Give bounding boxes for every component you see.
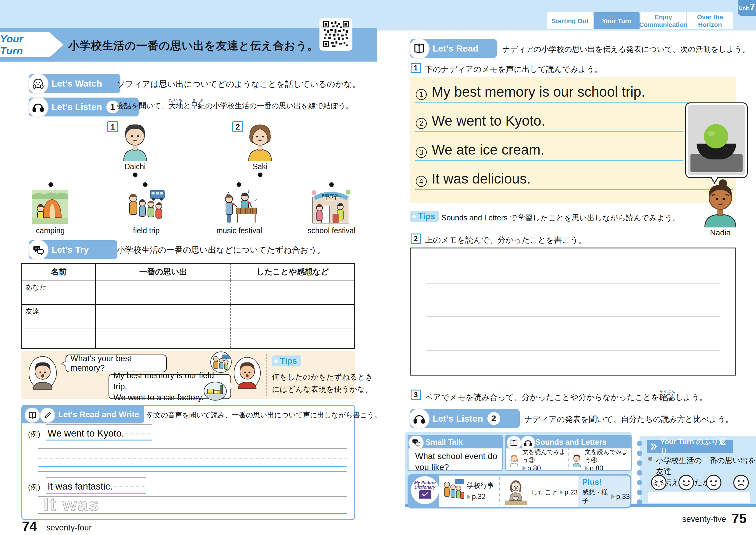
friend-memory-cell[interactable] — [95, 305, 231, 329]
watch-face-icon — [28, 73, 48, 94]
car-factory-mini-image — [204, 382, 227, 401]
music-festival-image: ♪ ♪ ♪ — [218, 188, 261, 226]
match-dot-field-trip[interactable] — [143, 182, 148, 187]
small-talk-question: What school event do you like? — [408, 448, 502, 471]
reflection-input-box[interactable] — [648, 492, 750, 503]
neutral-face-icon[interactable] — [705, 474, 722, 491]
tab-your-turn[interactable]: Your Turn — [594, 12, 639, 29]
smiling-face-icon[interactable] — [678, 474, 694, 491]
your-turn-arrow: Your Turn — [0, 32, 49, 57]
friend-details-cell[interactable] — [231, 305, 354, 329]
match-dot-school-festival[interactable] — [329, 182, 334, 187]
sounds-item-2: 文を読んでみよう④ p.80 — [569, 448, 631, 471]
listen1-text-part3: の小学校生活の一番の思い出を線で結ぼう。 — [205, 101, 353, 110]
qr-code-icon — [323, 21, 349, 47]
binding-ring — [637, 441, 642, 446]
lesson-title: 小学校生活の一番の思い出を友達と伝え合おう。 — [68, 39, 319, 53]
tab-over-the-horizon[interactable]: Over the Horizon — [687, 12, 733, 29]
binding-ring — [637, 470, 642, 476]
ice-cream-photo-bubble — [685, 102, 748, 178]
match-dot-camping[interactable] — [48, 182, 53, 187]
page-arrow-icon — [611, 494, 615, 499]
example2-text: It was fantastic. — [47, 481, 113, 492]
kakunin-ruby: 確認かくにん — [659, 393, 675, 402]
writing-lines-1[interactable] — [38, 448, 347, 472]
table-row: 友達 — [22, 305, 354, 329]
answer-line-1[interactable] — [426, 283, 720, 284]
dialog-bubble-1: What's your best memory? — [66, 354, 167, 372]
sounds-item2-text: 文を読んでみよう④ — [585, 448, 631, 464]
small-talk-chat-icon — [408, 435, 424, 450]
your-turn-arrow-tip — [49, 32, 63, 57]
step3-badge: 3 — [411, 390, 421, 400]
dict-eating-mini — [504, 478, 528, 507]
pencil-icon — [40, 408, 55, 423]
person-2-badge: 2 — [232, 121, 243, 132]
dict-item2: したこと p.23 — [531, 488, 578, 497]
extra-name-cell[interactable] — [22, 329, 95, 348]
dict-item2-text: したこと — [531, 488, 558, 497]
option-camping-label: camping — [29, 226, 71, 235]
school-festival-image: FESTIVAL — [310, 188, 351, 226]
answer-line-2[interactable] — [426, 317, 720, 317]
field-trip-image — [126, 188, 165, 226]
writing-lines-2[interactable]: It was — [38, 496, 347, 518]
memory-table: 名前 一番の思い出 したことや感想など あなた 友達 — [21, 263, 355, 349]
extra-details-cell[interactable] — [231, 329, 354, 348]
listen1-text-part1: 会話を聞いて、 — [117, 101, 169, 110]
page-arrow-icon — [522, 466, 526, 471]
sounds-letters-box: Sounds and Letters 文を読んでみよう③ p.80 — [505, 435, 631, 471]
right-tips-badge: Tips — [410, 211, 439, 222]
lets-try-label: Let's Try — [51, 244, 89, 255]
sentence4-number: 4 — [416, 176, 427, 187]
match-dot-daichi[interactable] — [133, 173, 137, 177]
dict-item1-page: p.32 — [467, 493, 494, 501]
qr-code[interactable] — [320, 18, 352, 51]
table-header-row: 名前 一番の思い出 したことや感想など — [22, 264, 354, 280]
tab-starting-out[interactable]: Starting Out — [547, 12, 593, 29]
tab-enjoy-communication[interactable]: Enjoy Communication — [640, 12, 686, 29]
read-write-instruction: 例文の音声を聞いて読み、一番の思い出について声に出しながら書こう。 — [147, 410, 381, 420]
saki-ruby: 早紀さき — [190, 101, 205, 110]
headphones-icon-2 — [409, 408, 430, 429]
memo-underline-4 — [415, 189, 733, 190]
textbook-spread: Your Turn 小学校生活の一番の思い出を友達と伝え合おう。 — [0, 0, 756, 535]
laughing-face-icon[interactable] — [651, 474, 667, 491]
match-dot-music-festival[interactable] — [237, 182, 241, 187]
answer-box[interactable] — [410, 247, 736, 376]
extra-memory-cell[interactable] — [95, 329, 231, 348]
sad-face-icon[interactable] — [733, 474, 749, 491]
binding-ring — [637, 451, 642, 456]
person-1-badge: 1 — [107, 121, 118, 132]
answer-line-3[interactable] — [426, 350, 720, 351]
dict-item1-text: 学校行事 — [467, 481, 494, 490]
sounds-letters-body: 文を読んでみよう③ p.80 文を読んでみよう④ p.80 — [506, 448, 631, 471]
step2-text: 上のメモを読んで、分かったことを書こう。 — [425, 235, 586, 245]
page-word-right: seventy-five — [682, 515, 726, 524]
step2-badge: 2 — [411, 234, 421, 244]
memo-underline-3 — [415, 160, 684, 161]
reflection-line1: 小学校生活の一番の思い出を友達 — [656, 455, 756, 477]
boy2-avatar — [233, 353, 261, 398]
unit-badge: Unit 7 — [738, 0, 756, 16]
small-talk-bar: Small Talk — [408, 436, 502, 448]
you-details-cell[interactable] — [231, 280, 354, 304]
kakunin-kanji: 確認 — [659, 393, 675, 402]
double-chevron-icon — [650, 443, 658, 451]
orange-hair-girl-avatar — [509, 451, 520, 469]
nadia-avatar — [699, 179, 742, 229]
festival-banner-text: FESTIVAL — [322, 193, 341, 198]
ice-cream-photo — [688, 105, 745, 175]
table-header-memory: 一番の思い出 — [95, 264, 231, 280]
saki-kanji: 早紀 — [190, 101, 205, 110]
sentence1-number: 1 — [416, 89, 427, 100]
daichi-furigana: だいち — [169, 98, 183, 102]
you-memory-cell[interactable] — [95, 280, 231, 304]
person-2-name: Saki — [243, 162, 277, 171]
svg-text:♪: ♪ — [255, 196, 257, 202]
boy1-avatar — [28, 353, 57, 399]
dict-item2-page-num: p.23 — [565, 488, 578, 496]
daichi-kanji: 大地 — [169, 101, 183, 110]
match-dot-saki[interactable] — [258, 173, 263, 177]
sentence3-number: 3 — [416, 147, 427, 158]
